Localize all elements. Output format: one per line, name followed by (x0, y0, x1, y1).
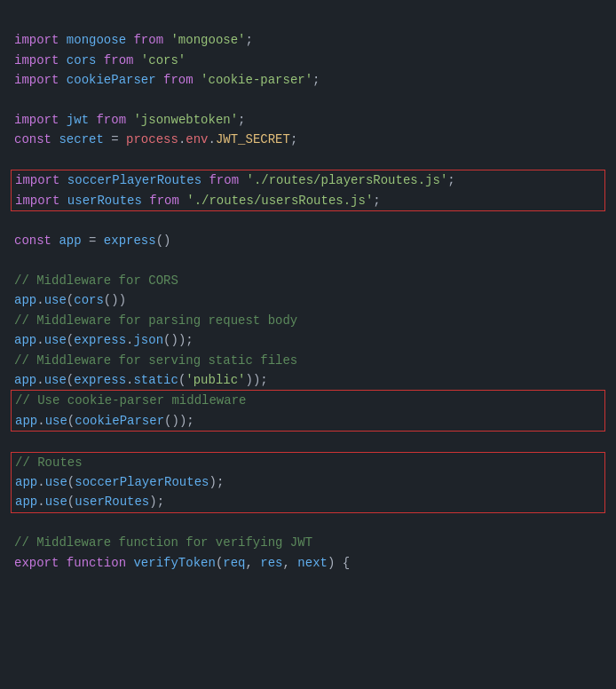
highlight-block-cookie-parser: // Use cookie-parser middlewareapp.use(c… (11, 390, 605, 432)
code-line: export function verifyToken(req, res, ne… (14, 553, 602, 573)
code-line: const app = express() (14, 231, 602, 250)
code-line: app.use(soccerPlayerRoutes); (15, 472, 601, 492)
code-line: // Routes (15, 453, 601, 472)
code-line: import cors from 'cors' (14, 51, 602, 70)
code-line (14, 251, 602, 271)
code-line: import cookieParser from 'cookie-parser'… (14, 70, 602, 90)
code-line (14, 513, 602, 533)
code-line: app.use(cookieParser()); (15, 411, 601, 431)
code-line: import soccerPlayerRoutes from './routes… (15, 170, 601, 190)
code-line: // Middleware function for verifying JWT (14, 533, 602, 552)
code-line (14, 150, 602, 170)
code-line (14, 211, 602, 231)
code-line: // Middleware for serving static files (14, 351, 602, 370)
code-line: app.use(express.json()); (14, 330, 602, 350)
code-line: const secret = process.env.JWT_SECRET; (14, 130, 602, 149)
code-line: app.use(userRoutes); (15, 492, 601, 511)
code-editor: import mongoose from 'mongoose';import c… (14, 11, 602, 573)
code-line: app.use(express.static('public')); (14, 370, 602, 390)
code-line: import mongoose from 'mongoose'; (14, 30, 602, 50)
code-line: // Middleware for parsing request body (14, 311, 602, 330)
code-line: // Middleware for CORS (14, 271, 602, 290)
code-line (14, 91, 602, 110)
code-line: import jwt from 'jsonwebtoken'; (14, 110, 602, 130)
highlight-block-routes: // Routesapp.use(soccerPlayerRoutes);app… (11, 452, 605, 513)
highlight-block-routes-import: import soccerPlayerRoutes from './routes… (11, 170, 605, 211)
code-line: app.use(cors()) (14, 290, 602, 310)
code-line: // Use cookie-parser middleware (15, 391, 601, 410)
code-line (14, 432, 602, 451)
code-line: import userRoutes from './routes/usersRo… (15, 191, 601, 210)
